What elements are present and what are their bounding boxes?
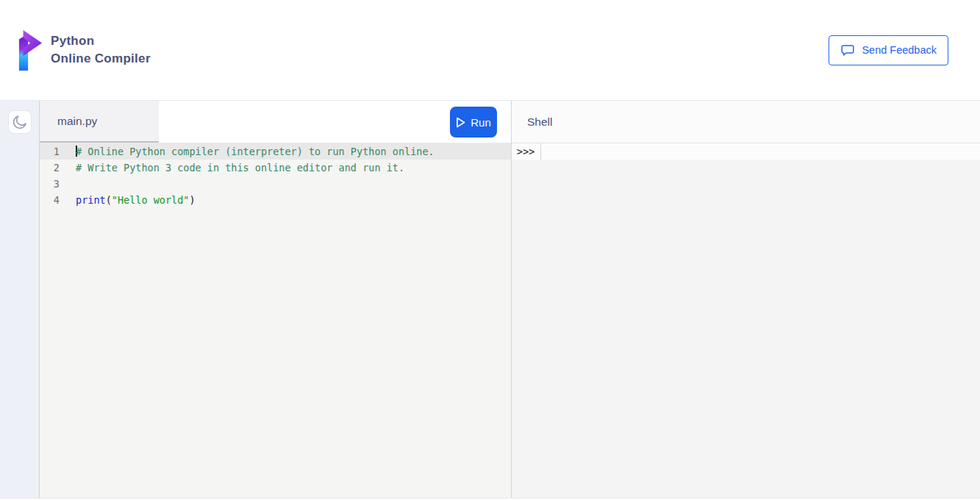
line-number: 1 (40, 143, 66, 160)
token-plain: ( (106, 194, 112, 206)
token-keyword: print (76, 194, 106, 206)
token-string: "Hello world" (112, 194, 190, 206)
token-plain: ) (189, 194, 195, 206)
shell-console[interactable]: >>> (512, 143, 980, 498)
line-number: 4 (40, 192, 66, 208)
shell-console-line: >>> (512, 143, 980, 160)
code-line[interactable]: 3 (40, 176, 511, 192)
shell-prompt: >>> (512, 143, 541, 160)
code-line-content: # Write Python 3 code in this online edi… (66, 160, 404, 176)
line-number: 2 (40, 160, 66, 176)
code-line-content (66, 176, 76, 192)
tab-label: main.py (57, 115, 97, 128)
run-button[interactable]: Run (450, 107, 497, 138)
shell-input[interactable] (541, 143, 980, 160)
editor-panel: main.py Run 1# Online Python compiler (i… (40, 101, 512, 498)
app-title: Python Online Compiler (51, 32, 151, 68)
line-number: 3 (40, 176, 66, 192)
app-title-line2: Online Compiler (51, 50, 151, 68)
app: Python Online Compiler Send Feedback (0, 0, 980, 500)
code-line[interactable]: 2# Write Python 3 code in this online ed… (40, 160, 511, 176)
code-line-content: # Online Python compiler (interpreter) t… (66, 143, 434, 160)
token-comment: # Online Python compiler (interpreter) t… (76, 146, 434, 157)
shell-toolbar: Shell (512, 101, 980, 143)
python-logo-icon (18, 29, 43, 71)
shell-panel: Shell >>> (512, 101, 980, 498)
code-line-content: print("Hello world") (66, 192, 196, 208)
send-feedback-label: Send Feedback (862, 44, 937, 56)
code-line[interactable]: 1# Online Python compiler (interpreter) … (40, 143, 511, 160)
editor-toolbar: main.py Run (40, 101, 511, 143)
chat-bubble-icon (840, 43, 855, 57)
main-area: main.py Run 1# Online Python compiler (i… (0, 101, 980, 499)
header: Python Online Compiler Send Feedback (0, 0, 980, 101)
moon-icon (12, 114, 28, 130)
code-editor[interactable]: 1# Online Python compiler (interpreter) … (40, 143, 511, 498)
theme-toggle-button[interactable] (8, 110, 32, 134)
app-title-line1: Python (51, 32, 151, 50)
sidebar (0, 101, 40, 498)
brand-link[interactable]: Python Online Compiler (18, 29, 151, 71)
token-comment: # Write Python 3 code in this online edi… (76, 162, 404, 174)
play-icon (456, 117, 465, 128)
send-feedback-button[interactable]: Send Feedback (829, 35, 948, 65)
code-line[interactable]: 4print("Hello world") (40, 192, 511, 208)
shell-title: Shell (527, 115, 552, 129)
tab-main-py[interactable]: main.py (40, 101, 159, 143)
run-label: Run (471, 116, 491, 129)
